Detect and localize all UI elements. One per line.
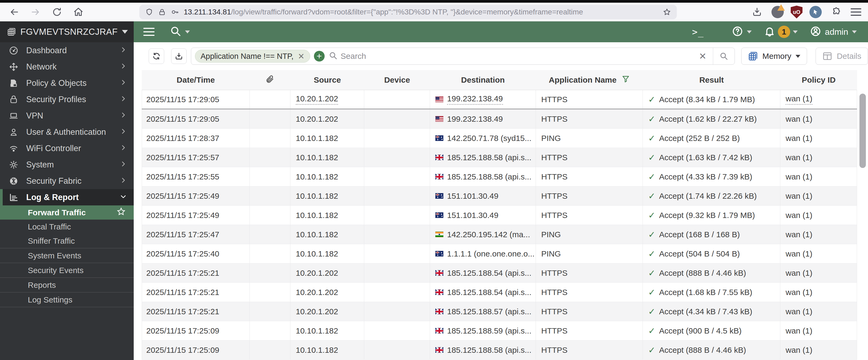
sidebar-item-security-fabric[interactable]: Security Fabric <box>0 173 134 189</box>
bookmark-star-icon[interactable] <box>663 8 671 16</box>
extension-privacy-icon[interactable] <box>772 6 784 18</box>
log-search-field[interactable]: Application Name !== NTP, ✕ + Search ✕ <box>191 48 735 65</box>
table-row[interactable]: 2025/11/15 17:25:4910.10.1.182151.101.30… <box>142 186 857 206</box>
column-header-policy-id[interactable]: Policy ID <box>780 70 857 90</box>
table-row[interactable]: 2025/11/15 17:25:4910.10.1.182151.101.30… <box>142 206 857 225</box>
browser-back-button[interactable] <box>7 4 22 20</box>
column-header-device[interactable]: Device <box>364 70 430 90</box>
filter-remove-icon[interactable]: ✕ <box>298 52 305 61</box>
table-row[interactable]: 2025/11/15 17:25:2110.20.1.202185.125.18… <box>142 302 857 321</box>
sidebar-item-security-profiles[interactable]: Security Profiles <box>0 91 134 108</box>
sidebar-item-forward-traffic[interactable]: Forward Traffic <box>0 205 134 219</box>
sidebar-subitem-label: Reports <box>28 280 56 290</box>
clear-search-button[interactable]: ✕ <box>692 48 713 64</box>
sidebar-item-security-events[interactable]: Security Events <box>0 263 134 277</box>
browser-reload-button[interactable] <box>50 4 64 20</box>
cell-destination: 185.125.188.54 (api.s... <box>430 283 536 302</box>
table-row[interactable]: 2025/11/15 17:25:5710.10.1.182185.125.18… <box>142 148 857 167</box>
cli-console-button[interactable]: >_ <box>692 27 704 37</box>
sidebar-item-log-settings[interactable]: Log Settings <box>0 293 134 307</box>
sidebar-item-local-traffic[interactable]: Local Traffic <box>0 219 134 234</box>
cell-application: HTTPS <box>536 340 643 359</box>
cell-device <box>364 148 430 167</box>
cell-application: HTTPS <box>536 321 643 340</box>
browser-menu-button[interactable] <box>850 8 861 16</box>
refresh-button[interactable] <box>149 49 164 64</box>
lock-warning-icon <box>158 8 166 16</box>
cell-attachment <box>250 302 290 321</box>
table-scrollbar[interactable] <box>860 94 866 168</box>
admin-menu-button[interactable]: admin <box>810 26 857 38</box>
cell-result: ✓Accept (900 B / 4.5 kB) <box>643 321 780 340</box>
url-bar[interactable]: 13.211.134.81/log/view/traffic/forward?v… <box>139 5 677 19</box>
browser-home-button[interactable] <box>71 4 86 20</box>
cell-result: ✓Accept (1.74 kB / 22.26 kB) <box>643 186 780 205</box>
help-menu-button[interactable] <box>732 26 752 38</box>
column-header-application-name[interactable]: Application Name <box>536 70 643 90</box>
cell-destination: 151.101.30.49 <box>430 186 536 205</box>
table-row[interactable]: 2025/11/15 17:29:0510.20.1.202199.232.13… <box>142 110 857 129</box>
cell-attachment <box>250 283 290 302</box>
accept-check-icon: ✓ <box>648 191 655 201</box>
notifications-button[interactable]: 1 <box>764 26 798 38</box>
notification-badge: 1 <box>778 26 790 38</box>
sidebar-collapse-button[interactable] <box>143 28 155 36</box>
cell-application: HTTPS <box>536 186 643 205</box>
cell-policy: wan (1) <box>780 167 857 186</box>
cell-device <box>364 340 430 359</box>
wifi-icon <box>8 144 19 153</box>
global-search-button[interactable] <box>170 26 190 38</box>
sidebar-item-system-events[interactable]: System Events <box>0 248 134 263</box>
column-header-source[interactable]: Source <box>290 70 364 90</box>
downloads-button[interactable] <box>749 4 765 20</box>
sidebar-item-label: User & Authentication <box>26 127 106 137</box>
column-header-result[interactable]: Result <box>643 70 780 90</box>
device-selector[interactable]: FGVMEVTSNRZCJRAF <box>0 21 134 42</box>
cursor-extension-icon[interactable] <box>809 6 822 18</box>
browser-forward-button[interactable] <box>28 4 43 20</box>
cell-application: HTTPS <box>536 283 643 302</box>
cell-result: ✓Accept (1.62 kB / 22.27 kB) <box>643 110 780 128</box>
log-device-dropdown[interactable]: Memory <box>741 48 807 65</box>
sidebar-item-wifi-controller[interactable]: WiFi Controller <box>0 140 134 156</box>
sidebar-item-reports[interactable]: Reports <box>0 278 134 292</box>
sidebar-item-network[interactable]: Network <box>0 59 134 75</box>
sidebar-item-log-report[interactable]: Log & Report <box>0 189 134 205</box>
favorite-star-icon[interactable] <box>117 207 126 218</box>
cell-policy: wan (1) <box>780 148 857 167</box>
cell-source: 10.10.1.182 <box>290 206 364 225</box>
sidebar-item-system[interactable]: System <box>0 156 134 173</box>
column-header-destination[interactable]: Destination <box>430 70 536 90</box>
details-button[interactable]: Details <box>815 48 868 65</box>
table-row[interactable]: 2025/11/15 17:25:5510.10.1.182185.125.18… <box>142 167 857 186</box>
table-row[interactable]: 2025/11/15 17:28:3710.10.1.182142.250.71… <box>142 129 857 148</box>
column-header-date-time[interactable]: Date/Time <box>142 70 250 90</box>
table-row[interactable]: 2025/11/15 17:25:2110.20.1.202185.125.18… <box>142 283 857 302</box>
chevron-right-icon <box>120 111 127 121</box>
table-row[interactable]: 2025/11/15 17:25:0910.10.1.182185.125.18… <box>142 321 857 340</box>
sidebar-item-sniffer-traffic[interactable]: Sniffer Traffic <box>0 234 134 248</box>
sidebar-item-dashboard[interactable]: Dashboard <box>0 42 134 59</box>
add-filter-button[interactable]: + <box>314 51 324 61</box>
ublock-origin-icon[interactable]: uO <box>791 6 803 19</box>
country-flag-icon <box>435 212 443 218</box>
url-text: 13.211.134.81/log/view/traffic/forward?v… <box>184 8 658 16</box>
sidebar-item-vpn[interactable]: VPN <box>0 108 134 124</box>
extensions-puzzle-button[interactable] <box>829 4 844 20</box>
cell-device <box>364 129 430 148</box>
sidebar-subitem-label: Sniffer Traffic <box>28 236 75 245</box>
table-row[interactable]: 2025/11/15 17:25:4710.10.1.182142.250.19… <box>142 225 857 244</box>
table-row[interactable]: 2025/11/15 17:25:2110.20.1.202185.125.18… <box>142 264 857 283</box>
puzzle-icon <box>831 7 841 17</box>
funnel-icon[interactable] <box>621 75 630 85</box>
sidebar-item-policy-objects[interactable]: Policy & Objects <box>0 75 134 91</box>
table-row[interactable]: 2025/11/15 17:29:0510.20.1.202199.232.13… <box>142 90 857 110</box>
sidebar-item-user-authentication[interactable]: User & Authentication <box>0 124 134 140</box>
table-row[interactable]: 2025/11/15 17:25:0910.10.1.182185.125.18… <box>142 340 857 360</box>
filter-pill[interactable]: Application Name !== NTP, ✕ <box>195 50 310 63</box>
table-row[interactable]: 2025/11/15 17:25:4010.10.1.1821.1.1.1 (o… <box>142 244 857 264</box>
apply-search-button[interactable] <box>713 48 735 64</box>
download-log-button[interactable] <box>171 49 187 64</box>
cell-application: HTTPS <box>536 110 643 128</box>
column-header-attachment[interactable] <box>250 70 290 90</box>
